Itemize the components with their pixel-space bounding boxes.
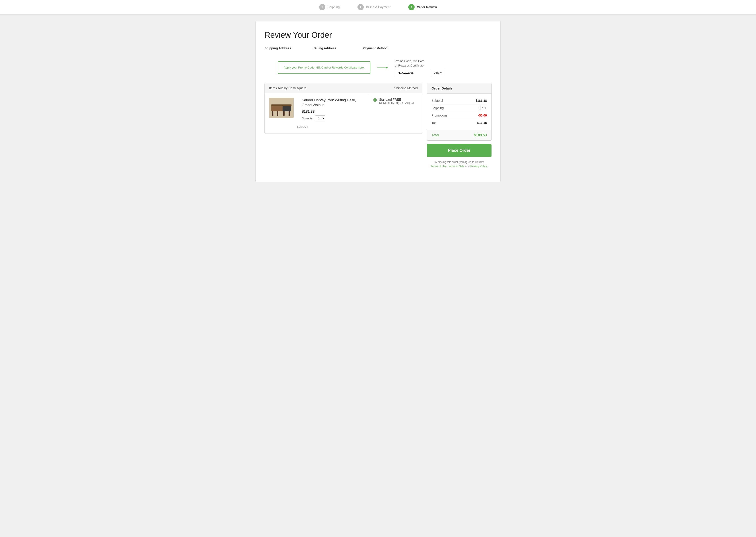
total-box: Total $189.53 [427, 130, 491, 141]
address-row: Shipping Address Billing Address Payment… [264, 46, 492, 50]
step-1-label: Shipping [327, 5, 340, 9]
main-container: Review Your Order Shipping Address Billi… [255, 21, 501, 182]
item-price: $181.38 [302, 109, 364, 114]
terms-of-sale-link[interactable]: Terms of Sale [448, 165, 464, 168]
step-3-circle: 3 [408, 4, 415, 10]
shipping-delivery: Delivered by Aug 16 - Aug 23 [379, 101, 414, 104]
terms-of-use-link[interactable]: Terms of Use [431, 165, 447, 168]
shipping-cost-label: Shipping [432, 106, 444, 110]
quantity-label: Quantity: [302, 117, 313, 120]
promotions-label: Promotions [432, 114, 447, 117]
step-shipping[interactable]: 1 Shipping [319, 4, 340, 10]
order-details-box: Order Details Subtotal $181.38 Shipping … [427, 83, 492, 141]
item-details: Sauder Harvey Park Writing Desk, Grand W… [302, 98, 364, 121]
apply-button[interactable]: Apply [431, 69, 446, 76]
privacy-policy-link[interactable]: Privacy Policy [470, 165, 487, 168]
item-content-row: Sauder Harvey Park Writing Desk, Grand W… [265, 93, 422, 133]
promo-code-input[interactable] [395, 69, 431, 76]
items-section: Items sold by Homesquare Shipping Method [264, 83, 422, 134]
shipping-name: Standard FREE [379, 98, 414, 101]
step-2-label: Billing & Payment [366, 5, 391, 9]
promo-section: Apply your Promo Code, Gift Card or Rewa… [264, 59, 492, 76]
promotions-line: Promotions -$5.00 [432, 112, 487, 119]
tax-line: Tax $13.15 [432, 119, 487, 126]
item-quantity-row: Quantity: 1 2 3 [302, 115, 364, 121]
legal-intro: By placing this order, you agree to Houz… [434, 160, 484, 164]
seller-header: Items sold by Homesquare Shipping Method [265, 83, 422, 93]
shipping-option[interactable]: Standard FREE Delivered by Aug 16 - Aug … [373, 98, 418, 104]
total-label: Total [432, 133, 439, 137]
payment-method-label: Payment Method [362, 46, 398, 50]
billing-address-col: Billing Address [314, 46, 349, 50]
total-value: $189.53 [474, 133, 487, 137]
legal-and: and [465, 165, 470, 168]
step-order-review[interactable]: 3 Order Review [408, 4, 437, 10]
svg-rect-9 [288, 111, 290, 116]
legal-text: By placing this order, you agree to Houz… [427, 160, 492, 169]
svg-rect-5 [271, 106, 283, 111]
seller-name: Items sold by Homesquare [269, 86, 306, 90]
shipping-address-label: Shipping Address [264, 46, 300, 50]
shipping-line: Shipping FREE [432, 104, 487, 112]
place-order-button[interactable]: Place Order [427, 144, 492, 157]
item-bottom: Remove [269, 124, 364, 129]
page-title: Review Your Order [264, 30, 492, 40]
item-top: Sauder Harvey Park Writing Desk, Grand W… [269, 98, 364, 121]
subtotal-value: $181.38 [475, 99, 487, 103]
legal-period: . [487, 165, 487, 168]
checkout-steps: 1 Shipping 2 Billing & Payment 3 Order R… [0, 0, 756, 15]
subtotal-label: Subtotal [432, 99, 443, 103]
promo-right: Promo Code, Gift Card or Rewards Certifi… [395, 59, 446, 76]
promo-input-row: Apply [395, 69, 446, 76]
tax-value: $13.15 [477, 121, 487, 125]
promo-label-line1: Promo Code, Gift Card [395, 60, 424, 63]
svg-rect-8 [283, 111, 284, 116]
shipping-address-col: Shipping Address [264, 46, 300, 50]
order-details-header: Order Details [427, 83, 491, 94]
step-3-label: Order Review [417, 5, 437, 9]
shipping-cost-value: FREE [478, 106, 487, 110]
shipping-text: Standard FREE Delivered by Aug 16 - Aug … [379, 98, 414, 104]
item-name: Sauder Harvey Park Writing Desk, Grand W… [302, 98, 364, 108]
shipping-method-col: Standard FREE Delivered by Aug 16 - Aug … [369, 93, 422, 133]
subtotal-line: Subtotal $181.38 [432, 97, 487, 104]
svg-rect-6 [272, 111, 273, 116]
promo-label-line2: or Rewards Certificate [395, 64, 424, 67]
svg-marker-1 [386, 67, 388, 68]
step-billing[interactable]: 2 Billing & Payment [358, 4, 391, 10]
remove-link[interactable]: Remove [297, 125, 308, 129]
product-image [269, 98, 294, 118]
order-details-section: Order Details Subtotal $181.38 Shipping … [427, 83, 492, 169]
step-1-circle: 1 [319, 4, 325, 10]
promo-callout: Apply your Promo Code, Gift Card or Rewa… [278, 62, 370, 74]
payment-method-col: Payment Method [362, 46, 398, 50]
billing-address-label: Billing Address [314, 46, 349, 50]
order-details-body: Subtotal $181.38 Shipping FREE Promotion… [427, 94, 491, 130]
svg-rect-7 [277, 111, 278, 116]
shipping-radio[interactable] [373, 98, 377, 102]
promo-label: Promo Code, Gift Card or Rewards Certifi… [395, 59, 446, 68]
svg-rect-2 [271, 104, 291, 106]
quantity-select[interactable]: 1 2 3 [315, 115, 325, 121]
order-layout: Items sold by Homesquare Shipping Method [264, 83, 492, 169]
tax-label: Tax [432, 121, 436, 125]
promo-arrow-icon [377, 65, 388, 70]
shipping-method-header: Shipping Method [394, 86, 418, 90]
item-main: Sauder Harvey Park Writing Desk, Grand W… [265, 93, 369, 133]
promotions-value: -$5.00 [478, 114, 487, 117]
step-2-circle: 2 [358, 4, 364, 10]
